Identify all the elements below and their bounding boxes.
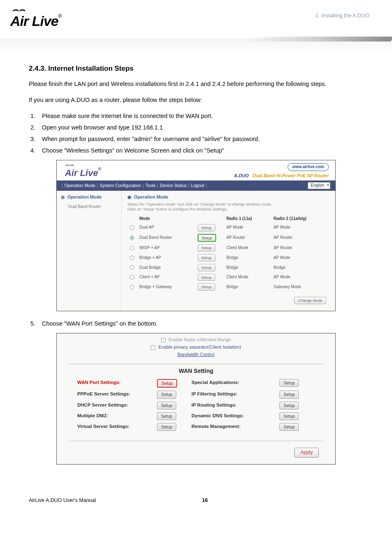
wan-label: IP Filtering Settings: — [191, 391, 274, 398]
bandwidth-control-link[interactable]: Bandwidth Control — [178, 352, 214, 358]
table-row: Dual Band RouterSetupAP RouterAP Router — [127, 233, 330, 243]
step-item: Choose "WAN Port Settings" on the bottom… — [37, 319, 363, 328]
wan-setting-title: WAN Setting — [57, 367, 335, 375]
sidebar-item-dual-band-router[interactable]: Dual Band Router — [61, 204, 117, 210]
page-number: 16 — [202, 497, 208, 503]
radio2-value: AP Mode — [271, 273, 330, 282]
screenshot-wan-setting: Enable Radio eXtended Range Enable priva… — [56, 333, 336, 465]
wan-label: Remote Management: — [191, 423, 274, 431]
steps-list-cont: Choose "WAN Port Settings" on the bottom… — [37, 319, 363, 328]
radio2-value: AP Router — [271, 243, 330, 253]
mode-radio[interactable] — [130, 256, 134, 260]
radio1-value: Client Mode — [224, 243, 271, 253]
nav-operation-mode[interactable]: Operation Mode — [65, 183, 95, 189]
table-row: Bridge + APSetupBridgeAP Mode — [127, 253, 330, 263]
checkbox-privacy-separator[interactable] — [151, 345, 155, 350]
table-row: Dual APSetupAP ModeAP Mode — [127, 223, 330, 233]
nav-logout[interactable]: Logout — [191, 183, 204, 189]
setup-button[interactable]: Setup — [198, 224, 215, 231]
setup-button[interactable]: Setup — [198, 264, 215, 271]
step-item: Choose "Wireless Settings" on Welcome Sc… — [37, 146, 363, 155]
step-item: When prompt for password, enter "admin" … — [37, 135, 363, 143]
mode-radio[interactable] — [130, 236, 134, 240]
intro-paragraph-2: If you are using A.DUO as a router, plea… — [29, 96, 363, 104]
checkbox-radio-extended[interactable] — [161, 338, 166, 342]
setup-button[interactable]: Setup — [198, 283, 215, 291]
mode-label: Dual Band Router — [137, 233, 195, 243]
radio2-value: AP Mode — [271, 223, 330, 233]
mode-label: Client + AP — [137, 273, 195, 282]
table-row: WISP + APSetupClient ModeAP Router — [127, 243, 330, 253]
table-row: Dual BridgeSetupBridgeBridge — [127, 263, 330, 273]
setup-button[interactable]: Setup — [279, 423, 299, 431]
col-radio1: Radio 1 (11a) — [224, 215, 271, 223]
bullet-icon: ◉ — [127, 194, 131, 201]
screenshot-logo: ⌢⌢ Air Live® — [65, 163, 101, 180]
mode-label: Dual Bridge — [137, 263, 195, 273]
label-radio-extended: Enable Radio eXtended Range — [168, 337, 231, 342]
col-mode: Mode — [137, 215, 195, 223]
setup-button[interactable]: Setup — [157, 391, 176, 398]
step-item: Please make sure the Internet line is co… — [37, 112, 363, 120]
mode-table: Mode Radio 1 (11a) Radio 2 (11a/b/g) Dua… — [127, 215, 330, 292]
setup-button[interactable]: Setup — [198, 274, 215, 281]
setup-button[interactable]: Setup — [279, 412, 299, 420]
mode-radio[interactable] — [130, 246, 134, 250]
nav-tools[interactable]: Tools — [145, 183, 156, 189]
wan-label: Virtual Server Settings: — [77, 423, 151, 431]
setup-button[interactable]: Setup — [157, 379, 177, 388]
radio1-value: Bridge — [224, 263, 271, 273]
logo-arc-icon: ⌢⌢ — [10, 6, 25, 13]
mode-label: WISP + AP — [137, 243, 195, 253]
col-radio2: Radio 2 (11a/b/g) — [271, 215, 330, 223]
mode-label: Bridge + Gateway — [137, 282, 195, 292]
radio1-value: AP Router — [224, 233, 271, 243]
mode-label: Bridge + AP — [137, 253, 195, 263]
nav-system-configuration[interactable]: System Configuration — [100, 183, 141, 189]
mode-radio[interactable] — [130, 275, 134, 280]
setup-button[interactable]: Setup — [198, 244, 215, 252]
setup-button[interactable]: Setup — [279, 391, 299, 398]
radio2-value: Gateway Mode — [271, 282, 330, 292]
radio1-value: Bridge — [224, 253, 271, 263]
mode-radio[interactable] — [130, 285, 134, 289]
chapter-label: 2. Installing the A.DUO — [315, 12, 369, 18]
divider — [69, 364, 323, 364]
product-tagline: Dual Band Hi-Power PoE AP Router — [252, 173, 329, 178]
wan-label: IP Routing Settings: — [191, 402, 274, 409]
mode-radio[interactable] — [130, 265, 134, 270]
radio2-value: AP Mode — [271, 253, 330, 263]
change-mode-button[interactable]: Change Mode — [294, 297, 326, 304]
wan-label: DHCP Server Settings: — [77, 402, 151, 409]
sidebar: ◉ Operation Mode Dual Band Router — [57, 191, 122, 311]
radio1-value: AP Mode — [224, 223, 271, 233]
setup-button[interactable]: Setup — [157, 423, 176, 431]
wan-label: WAN Port Settings: — [77, 379, 151, 388]
radio2-value: Bridge — [271, 263, 330, 273]
logo-text: Air Live® — [10, 13, 62, 29]
setup-button[interactable]: Setup — [157, 402, 176, 409]
radio1-value: Client Mode — [224, 273, 271, 282]
mode-radio[interactable] — [130, 225, 134, 230]
table-row: Client + APSetupClient ModeAP Mode — [127, 273, 330, 282]
apply-button[interactable]: Apply — [294, 448, 319, 457]
screenshot-operation-mode: ⌢⌢ Air Live® www.airlive.com A.DUO Dual … — [56, 160, 336, 311]
steps-list: Please make sure the Internet line is co… — [37, 112, 363, 155]
section-heading: 2.4.3. Internet Installation Steps — [29, 64, 363, 74]
product-id: A.DUO — [234, 173, 249, 178]
radio1-value: Bridge — [224, 282, 271, 292]
setup-button[interactable]: Setup — [279, 402, 299, 409]
language-select[interactable]: English — [308, 182, 330, 189]
setup-button[interactable]: Setup — [279, 379, 299, 387]
setup-button[interactable]: Setup — [198, 234, 216, 242]
nav-device-status[interactable]: Device Status — [160, 183, 187, 189]
sidebar-operation-mode[interactable]: Operation Mode — [67, 194, 102, 201]
label-privacy-separator: Enable privacy separator(Client Isolatio… — [158, 345, 241, 349]
mode-label: Dual AP — [137, 223, 195, 233]
url-badge[interactable]: www.airlive.com — [288, 163, 329, 171]
footer-manual-title: AirLive A.DUO User's Manual — [29, 497, 96, 503]
setup-button[interactable]: Setup — [198, 254, 215, 261]
header-divider — [0, 39, 392, 53]
setup-button[interactable]: Setup — [157, 412, 176, 420]
radio2-value: AP Router — [271, 233, 330, 243]
